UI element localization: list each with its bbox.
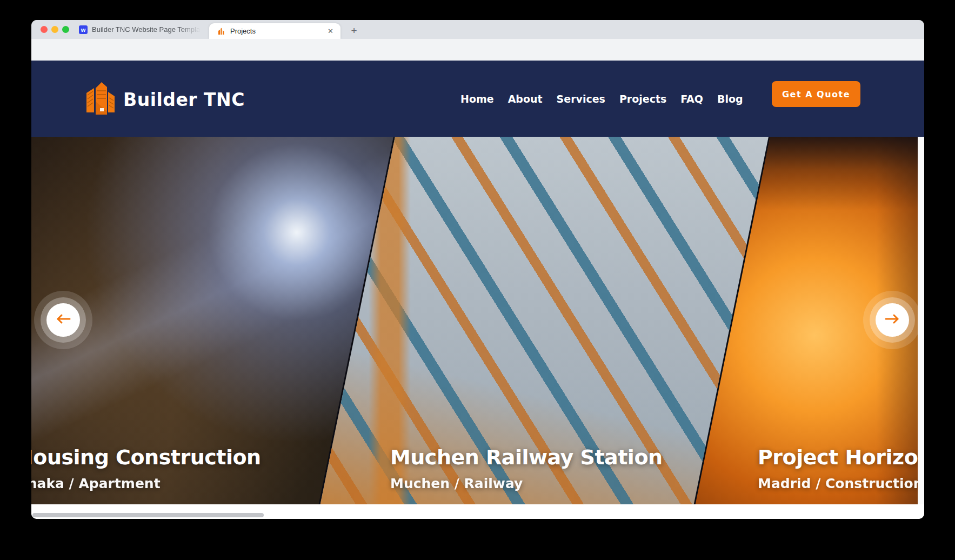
tab-title: Builder TNC Website Page Templa — [92, 25, 203, 34]
site-logo[interactable]: Builder TNC — [85, 80, 245, 119]
minimize-window-button[interactable] — [51, 26, 58, 33]
slide-title: Housing Construction — [31, 445, 261, 469]
tab-title: Projects — [230, 27, 321, 35]
webflow-favicon: w — [79, 25, 88, 34]
arrow-right-icon — [884, 313, 900, 327]
nav-link-home[interactable]: Home — [460, 93, 494, 105]
nav-link-projects[interactable]: Projects — [619, 93, 666, 105]
main-navigation: Home About Services Projects FAQ Blog — [460, 61, 743, 137]
builder-tnc-favicon — [217, 27, 225, 36]
slide-title: Muchen Railway Station — [390, 445, 663, 469]
desktop-background: w Builder TNC Website Page Templa Projec… — [0, 0, 955, 560]
slide-meta: Dhaka / Apartment — [31, 476, 261, 491]
new-tab-button[interactable]: + — [347, 24, 361, 38]
close-tab-icon[interactable]: ✕ — [326, 26, 335, 36]
horizontal-scrollbar-thumb[interactable] — [32, 513, 264, 517]
tab-strip: w Builder TNC Website Page Templa Projec… — [31, 20, 924, 39]
nav-link-about[interactable]: About — [508, 93, 543, 105]
slide-meta: Madrid / Construction — [758, 476, 918, 491]
nav-link-blog[interactable]: Blog — [717, 93, 743, 105]
projects-carousel: Housing Construction Dhaka / Apartment M… — [31, 137, 918, 504]
nav-link-services[interactable]: Services — [557, 93, 605, 105]
carousel-prev-button[interactable] — [46, 303, 80, 337]
slide-caption: Housing Construction Dhaka / Apartment — [31, 445, 261, 491]
carousel-next-button[interactable] — [876, 303, 909, 337]
webpage-viewport: Builder TNC Home About Services Projects… — [31, 61, 924, 519]
brand-name: Builder TNC — [123, 89, 245, 110]
browser-window: w Builder TNC Website Page Templa Projec… — [31, 20, 924, 519]
slide-meta: Muchen / Railway — [390, 476, 663, 491]
slide-caption: Project Horizon Sta Madrid / Constructio… — [758, 445, 918, 491]
zoom-window-button[interactable] — [62, 26, 69, 33]
slide-caption: Muchen Railway Station Muchen / Railway — [390, 445, 663, 491]
close-window-button[interactable] — [41, 26, 48, 33]
builder-tnc-logo-icon — [85, 80, 116, 119]
tab-builder-tnc[interactable]: w Builder TNC Website Page Templa — [79, 20, 214, 39]
nav-link-faq[interactable]: FAQ — [680, 93, 703, 105]
site-header: Builder TNC Home About Services Projects… — [31, 61, 924, 137]
tab-projects-active[interactable]: Projects ✕ — [209, 23, 340, 39]
browser-toolbar: builder-tnc.webflow.io/projects — [31, 39, 924, 61]
window-controls — [41, 26, 69, 33]
page-bottom-area — [31, 504, 924, 519]
arrow-left-icon — [55, 313, 71, 327]
get-a-quote-button[interactable]: Get A Quote — [772, 81, 860, 107]
slide-title: Project Horizon Sta — [758, 445, 918, 469]
